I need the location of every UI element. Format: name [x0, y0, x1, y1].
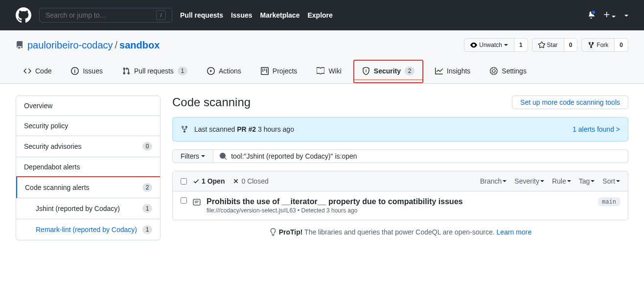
fork-count[interactable]: 0 [615, 38, 628, 52]
sidebar-remark-count: 1 [142, 225, 152, 234]
tab-issues-label: Issues [83, 67, 102, 75]
watch-count[interactable]: 1 [514, 38, 528, 52]
alert-title: Prohibits the use of __iterator__ proper… [207, 197, 592, 206]
sidebar-item-policy[interactable]: Security policy [16, 116, 160, 136]
filter-input-wrapper[interactable] [213, 149, 628, 163]
select-all-checkbox[interactable] [181, 178, 187, 185]
github-logo[interactable] [16, 7, 31, 23]
gear-icon [490, 67, 498, 75]
book-icon [317, 67, 324, 75]
tab-issues[interactable]: Issues [63, 60, 110, 83]
user-menu[interactable] [623, 11, 628, 19]
nav-pulls[interactable]: Pull requests [180, 11, 223, 19]
star-count[interactable]: 0 [564, 38, 578, 52]
sidebar-advisories-count: 0 [142, 142, 152, 151]
page-title: Code scanning [172, 95, 251, 109]
repo-owner-link[interactable]: pauloribeiro-codacy [27, 40, 113, 51]
alert-meta: file:///codacy/version-select.js#L63 • D… [207, 207, 592, 214]
filters-row: Filters [172, 149, 628, 163]
global-header: / Pull requests Issues Marketplace Explo… [0, 0, 644, 30]
protip-label: ProTip! [279, 228, 303, 236]
fork-label: Fork [597, 40, 608, 50]
star-button[interactable]: Star [532, 38, 564, 52]
last-scanned-banner: Last scanned PR #2 3 hours ago 1 alerts … [172, 117, 628, 141]
header-nav: Pull requests Issues Marketplace Explore [180, 11, 333, 19]
unwatch-button[interactable]: Unwatch [464, 38, 514, 52]
repo-title: pauloribeiro-codacy / sandbox [16, 40, 160, 51]
svg-rect-2 [193, 199, 200, 205]
sort-rule[interactable]: Rule [552, 177, 571, 185]
alerts-found-link[interactable]: 1 alerts found > [573, 125, 620, 133]
sidebar-item-dependabot[interactable]: Dependabot alerts [16, 157, 160, 177]
tab-security[interactable]: Security 2 [354, 63, 422, 80]
filters-label: Filters [181, 152, 199, 160]
filters-button[interactable]: Filters [172, 149, 213, 163]
search-box[interactable]: / [39, 8, 172, 23]
protip: ProTip! The libraries and queries that p… [172, 228, 628, 236]
svg-rect-1 [366, 71, 366, 72]
tab-security-highlight: Security 2 [353, 60, 423, 83]
issue-icon [71, 67, 79, 75]
notifications-button[interactable] [587, 11, 595, 20]
sidebar-item-overview[interactable]: Overview [16, 96, 160, 116]
tab-wiki[interactable]: Wiki [309, 60, 349, 83]
sort-branch[interactable]: Branch [480, 177, 506, 185]
tab-insights[interactable]: Insights [427, 60, 478, 83]
tab-actions[interactable]: Actions [199, 60, 249, 83]
check-icon [193, 178, 200, 185]
create-new-button[interactable] [603, 11, 616, 20]
star-group: Star 0 [532, 38, 578, 52]
protip-text: The libraries and queries that power Cod… [302, 228, 496, 236]
unwatch-group: Unwatch 1 [464, 38, 528, 52]
sidebar-policy-label: Security policy [24, 122, 68, 130]
nav-issues[interactable]: Issues [231, 11, 253, 19]
tab-actions-label: Actions [219, 67, 241, 75]
search-icon [219, 152, 227, 160]
branch-icon [181, 125, 188, 133]
alert-row[interactable]: Prohibits the use of __iterator__ proper… [173, 191, 628, 220]
tab-code[interactable]: Code [16, 60, 59, 83]
sidebar-overview-label: Overview [24, 102, 52, 110]
star-label: Star [547, 40, 558, 50]
nav-explore[interactable]: Explore [307, 11, 332, 19]
protip-link[interactable]: Learn more [497, 228, 532, 236]
open-count: 1 Open [202, 177, 225, 185]
sort-sort[interactable]: Sort [602, 177, 620, 185]
tab-pulls[interactable]: Pull requests 1 [115, 60, 195, 83]
star-icon [538, 42, 545, 48]
sidebar-item-jshint[interactable]: Jshint (reported by Codacy) 1 [16, 198, 160, 219]
search-input[interactable] [46, 11, 156, 19]
tab-settings[interactable]: Settings [482, 60, 534, 83]
open-tab[interactable]: 1 Open [193, 177, 225, 185]
sidebar-item-code-scanning[interactable]: Code scanning alerts 2 [16, 177, 160, 198]
notification-dot [591, 10, 596, 15]
setup-tools-link[interactable]: Set up more code scanning tools [512, 95, 628, 109]
fork-button[interactable]: Fork [581, 38, 615, 52]
sort-tag[interactable]: Tag [579, 177, 595, 185]
alert-detail-icon [193, 198, 201, 206]
fork-group: Fork 0 [581, 38, 628, 52]
closed-tab[interactable]: 0 Closed [232, 177, 268, 185]
play-icon [207, 67, 215, 75]
tab-pulls-label: Pull requests [134, 67, 174, 75]
sidebar-item-advisories[interactable]: Security advisories 0 [16, 136, 160, 157]
tab-wiki-label: Wiki [328, 67, 341, 75]
main-content: Code scanning Set up more code scanning … [172, 95, 628, 240]
nav-marketplace[interactable]: Marketplace [260, 11, 300, 19]
tab-projects[interactable]: Projects [253, 60, 305, 83]
sort-severity[interactable]: Severity [514, 177, 544, 185]
closed-count: 0 Closed [241, 177, 268, 185]
repo-name-link[interactable]: sandbox [119, 40, 160, 51]
sidebar-code-scanning-highlight: Code scanning alerts 2 Jshint (reported … [16, 176, 161, 240]
tab-insights-label: Insights [447, 67, 470, 75]
filter-input[interactable] [231, 152, 622, 160]
tab-projects-label: Projects [273, 67, 298, 75]
sidebar-item-remark-lint[interactable]: Remark-lint (reported by Codacy) 1 [16, 219, 160, 240]
tab-code-label: Code [35, 67, 51, 75]
sidebar-code-scanning-label: Code scanning alerts [25, 184, 90, 191]
sidebar-code-scanning-count: 2 [142, 183, 152, 192]
repo-tabs: Code Issues Pull requests 1 Actions Proj… [16, 60, 628, 83]
project-icon [261, 67, 269, 75]
sidebar: Overview Security policy Security adviso… [16, 95, 161, 240]
alert-checkbox[interactable] [181, 197, 187, 204]
